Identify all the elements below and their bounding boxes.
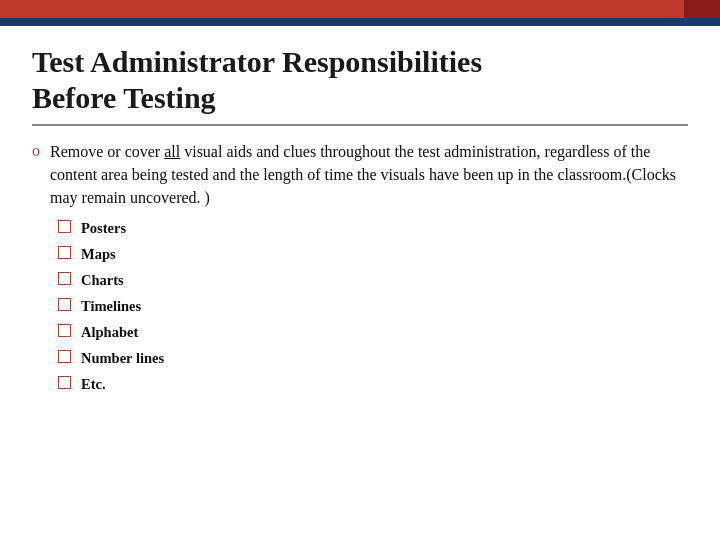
sub-item-label: Timelines — [81, 296, 141, 317]
title-divider — [32, 124, 688, 126]
main-bullet-list: o Remove or cover all visual aids and cl… — [32, 140, 688, 400]
sub-bullet-icon — [58, 324, 71, 337]
sub-bullet-list: Posters Maps Charts Timelines — [58, 218, 688, 395]
top-bar-accent — [684, 0, 720, 18]
sub-item-label: Posters — [81, 218, 126, 239]
sub-item-label: Charts — [81, 270, 124, 291]
sub-bullet-icon — [58, 350, 71, 363]
sub-bullet-icon — [58, 272, 71, 285]
main-list-item: o Remove or cover all visual aids and cl… — [32, 140, 688, 400]
list-item: Number lines — [58, 348, 688, 369]
main-paragraph: Remove or cover all visual aids and clue… — [50, 140, 688, 400]
list-item: Alphabet — [58, 322, 688, 343]
title-line2: Before Testing — [32, 81, 216, 114]
blue-stripe — [0, 18, 720, 26]
sub-item-label: Alphabet — [81, 322, 138, 343]
sub-bullet-icon — [58, 220, 71, 233]
main-content: Test Administrator Responsibilities Befo… — [0, 26, 720, 426]
sub-bullet-icon — [58, 298, 71, 311]
list-item: Charts — [58, 270, 688, 291]
list-item: Etc. — [58, 374, 688, 395]
sub-item-label: Number lines — [81, 348, 164, 369]
list-item: Posters — [58, 218, 688, 239]
sub-bullet-icon — [58, 376, 71, 389]
title-line1: Test Administrator Responsibilities — [32, 45, 482, 78]
underlined-all: all — [164, 143, 180, 160]
main-bullet-symbol: o — [32, 142, 40, 160]
list-item: Timelines — [58, 296, 688, 317]
sub-item-label: Etc. — [81, 374, 106, 395]
page-title: Test Administrator Responsibilities Befo… — [32, 44, 688, 116]
sub-item-label: Maps — [81, 244, 116, 265]
top-red-bar — [0, 0, 720, 18]
sub-bullet-icon — [58, 246, 71, 259]
list-item: Maps — [58, 244, 688, 265]
title-section: Test Administrator Responsibilities Befo… — [32, 44, 688, 126]
